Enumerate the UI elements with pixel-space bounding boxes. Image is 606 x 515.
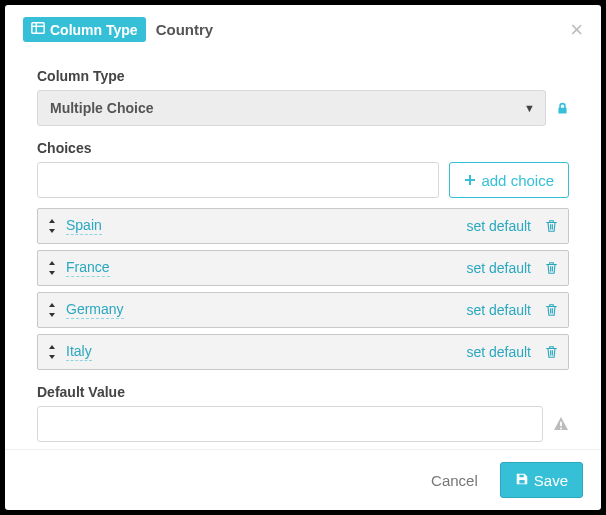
modal-footer: Cancel Save <box>5 449 601 510</box>
set-default-link[interactable]: set default <box>466 218 531 234</box>
column-type-value: Multiple Choice <box>38 100 514 116</box>
set-default-link[interactable]: set default <box>466 302 531 318</box>
choice-label[interactable]: France <box>66 259 110 277</box>
column-type-label: Column Type <box>37 68 569 84</box>
svg-rect-0 <box>32 23 44 34</box>
lock-icon[interactable] <box>556 102 569 115</box>
drag-handle-icon[interactable] <box>48 345 56 359</box>
default-value-label: Default Value <box>37 384 569 400</box>
chevron-down-icon: ▼ <box>514 102 545 114</box>
trash-icon[interactable] <box>545 261 558 275</box>
drag-handle-icon[interactable] <box>48 261 56 275</box>
add-choice-label: add choice <box>481 172 554 189</box>
plus-icon <box>464 172 476 189</box>
choice-label[interactable]: Spain <box>66 217 102 235</box>
choice-row: Franceset default <box>37 250 569 286</box>
cancel-button[interactable]: Cancel <box>417 462 492 498</box>
save-button[interactable]: Save <box>500 462 583 498</box>
modal-title: Country <box>156 21 214 38</box>
choices-list: Spainset defaultFranceset defaultGermany… <box>37 208 569 370</box>
trash-icon[interactable] <box>545 345 558 359</box>
modal-body: Column Type Multiple Choice ▼ Choices ad… <box>5 50 601 449</box>
set-default-link[interactable]: set default <box>466 260 531 276</box>
new-choice-input[interactable] <box>37 162 439 198</box>
set-default-link[interactable]: set default <box>466 344 531 360</box>
choice-row: Italyset default <box>37 334 569 370</box>
warning-icon <box>553 416 569 432</box>
modal-header: Column Type Country × <box>5 5 601 50</box>
trash-icon[interactable] <box>545 303 558 317</box>
column-type-badge: Column Type <box>23 17 146 42</box>
column-type-select[interactable]: Multiple Choice ▼ <box>37 90 546 126</box>
add-choice-button[interactable]: add choice <box>449 162 569 198</box>
table-icon <box>31 21 45 38</box>
choices-label: Choices <box>37 140 569 156</box>
modal-column-type: Column Type Country × Column Type Multip… <box>5 5 601 510</box>
drag-handle-icon[interactable] <box>48 219 56 233</box>
choice-label[interactable]: Germany <box>66 301 124 319</box>
choice-label[interactable]: Italy <box>66 343 92 361</box>
choice-row: Germanyset default <box>37 292 569 328</box>
close-icon[interactable]: × <box>570 19 583 41</box>
default-value-input[interactable] <box>37 406 543 442</box>
drag-handle-icon[interactable] <box>48 303 56 317</box>
trash-icon[interactable] <box>545 219 558 233</box>
save-icon <box>515 472 529 489</box>
badge-label: Column Type <box>50 22 138 38</box>
choice-row: Spainset default <box>37 208 569 244</box>
save-label: Save <box>534 472 568 489</box>
